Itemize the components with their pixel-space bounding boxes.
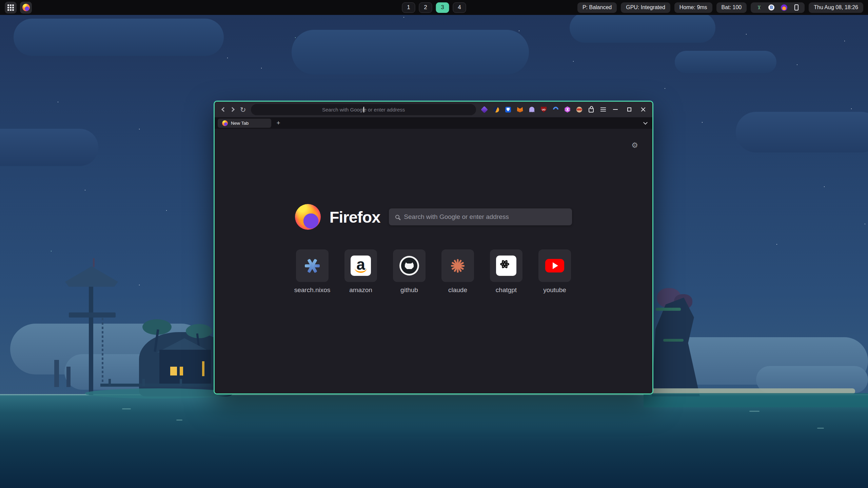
openai-knot-glyph: [500, 260, 512, 272]
firefox-favicon: [222, 120, 228, 126]
firefox-window: ↻ Search with Google or enter address UO: [214, 101, 653, 394]
shortcut-tile[interactable]: [441, 249, 474, 282]
newtab-search-field[interactable]: Search with Google or enter address: [389, 208, 572, 225]
wallpaper-shallow-water: [85, 388, 234, 399]
nixos-snowflake-icon: [304, 258, 320, 274]
url-bar[interactable]: Search with Google or enter address: [251, 104, 476, 115]
back-button[interactable]: [218, 104, 228, 115]
window-controls: [613, 107, 646, 112]
tab-overflow-button[interactable]: [641, 119, 649, 127]
hamburger-glyph: [600, 109, 606, 110]
github-icon: [399, 256, 419, 276]
phone-icon[interactable]: [793, 4, 800, 11]
wallpaper-pier-post: [180, 379, 182, 386]
ping-pill[interactable]: Home: 9ms: [674, 2, 712, 13]
wallpaper-watchtower-platform: [69, 312, 116, 318]
bitwarden-glyph: [505, 107, 511, 113]
workspace-2[interactable]: 2: [419, 2, 432, 13]
wallpaper-sea-sparkle: [122, 408, 131, 409]
hamburger-menu-icon[interactable]: [600, 106, 606, 113]
shortcut-label: chatgpt: [496, 286, 517, 294]
claude-starburst-icon: [450, 258, 466, 273]
workspace-1[interactable]: 1: [402, 2, 415, 13]
moon-extension-icon[interactable]: [493, 106, 499, 113]
shortcut-tile[interactable]: [490, 249, 522, 282]
wallpaper-palm-canopy: [186, 324, 212, 338]
search-icon: [395, 215, 399, 219]
shortcut-youtube: youtube: [538, 249, 571, 294]
firefox-wordmark: Firefox: [330, 208, 380, 226]
octocat-glyph: [401, 258, 417, 274]
puzzle-piece-icon[interactable]: [588, 106, 594, 113]
moon-glyph: [493, 107, 499, 113]
back-icon: [221, 107, 226, 112]
system-tray: ✂ B: [751, 2, 805, 13]
battery-pill[interactable]: Bat: 100: [716, 2, 747, 13]
gem-extension-icon[interactable]: [481, 106, 488, 113]
ghostery-extension-icon[interactable]: [529, 106, 535, 113]
gpu-pill[interactable]: GPU: Integrated: [621, 2, 670, 13]
bluetooth-glyph: B: [768, 4, 774, 11]
newtab-hero: Firefox Search with Google or enter addr…: [215, 204, 652, 230]
shortcut-tile[interactable]: [538, 249, 571, 282]
reload-button[interactable]: ↻: [238, 104, 248, 115]
wallpaper-rope-ladder: [102, 318, 103, 388]
scissors-icon[interactable]: ✂: [755, 4, 762, 11]
status-area: P: Balanced GPU: Integrated Home: 9ms Ba…: [577, 2, 863, 13]
personalize-gear-button[interactable]: ⚙: [631, 141, 638, 150]
snowflake-glyph: [565, 106, 571, 113]
forward-icon: [230, 107, 235, 112]
wallpaper-watchtower-finial: [93, 258, 95, 267]
spy-glyph: [576, 107, 582, 113]
arc-glyph: [552, 106, 559, 114]
shortcut-tile[interactable]: a: [344, 249, 377, 282]
puzzle-glyph: [589, 108, 594, 113]
bitwarden-extension-icon[interactable]: [505, 106, 511, 113]
flame-icon[interactable]: [781, 4, 787, 11]
close-button[interactable]: [641, 107, 646, 112]
tab-bar: New Tab +: [215, 117, 652, 129]
wallpaper-pier: [100, 384, 216, 387]
metamask-extension-icon[interactable]: [517, 106, 523, 113]
maximize-button[interactable]: [627, 107, 631, 111]
tab-new-tab[interactable]: New Tab: [218, 119, 271, 128]
wallpaper-hut-lit-window: [202, 361, 204, 376]
shortcut-label: youtube: [543, 286, 566, 294]
shortcut-github: github: [393, 249, 426, 294]
firefox-launcher-button[interactable]: [20, 2, 32, 14]
new-tab-button[interactable]: +: [274, 119, 283, 127]
firefox-logo: [295, 204, 321, 230]
wallpaper-sea-sparkle: [817, 428, 824, 429]
shortcut-label: github: [400, 286, 418, 294]
spy-extension-icon[interactable]: [576, 106, 583, 113]
shortcut-tile[interactable]: [296, 249, 329, 282]
extension-row: UO: [481, 106, 606, 113]
power-profile-pill[interactable]: P: Balanced: [577, 2, 617, 13]
wallpaper-cloud: [570, 13, 715, 43]
wallpaper-cloud: [0, 129, 98, 166]
clock[interactable]: Thu Aug 08, 18:26: [809, 2, 863, 13]
arc-vpn-extension-icon[interactable]: [552, 106, 559, 113]
new-tab-page: ⚙ Firefox Search with Google or enter ad…: [215, 129, 652, 393]
bluetooth-icon[interactable]: B: [768, 4, 775, 11]
workspace-3-active[interactable]: 3: [436, 2, 449, 13]
shortcut-tile[interactable]: [393, 249, 426, 282]
minimize-button[interactable]: [613, 109, 618, 110]
wallpaper-cloud: [14, 19, 224, 56]
shortcut-label: search.nixos: [294, 286, 331, 294]
flame-glyph: [781, 4, 787, 11]
wallpaper-grass-ledge: [656, 308, 681, 311]
shortcut-search-nixos: search.nixos: [296, 249, 329, 294]
youtube-icon: [545, 259, 564, 272]
gem-glyph: [481, 106, 488, 113]
forward-button[interactable]: [228, 104, 238, 115]
wallpaper-sea-sparkle: [176, 420, 182, 421]
app-launcher-button[interactable]: [5, 2, 17, 14]
wallpaper-cloud: [292, 30, 529, 75]
chatgpt-icon: [496, 256, 516, 276]
snowflake-extension-icon[interactable]: [564, 106, 571, 113]
workspace-4[interactable]: 4: [453, 2, 466, 13]
wallpaper-pier-post: [142, 379, 145, 386]
ublock-origin-extension-icon[interactable]: UO: [540, 106, 547, 113]
newtab-search-placeholder: Search with Google or enter address: [404, 213, 509, 221]
